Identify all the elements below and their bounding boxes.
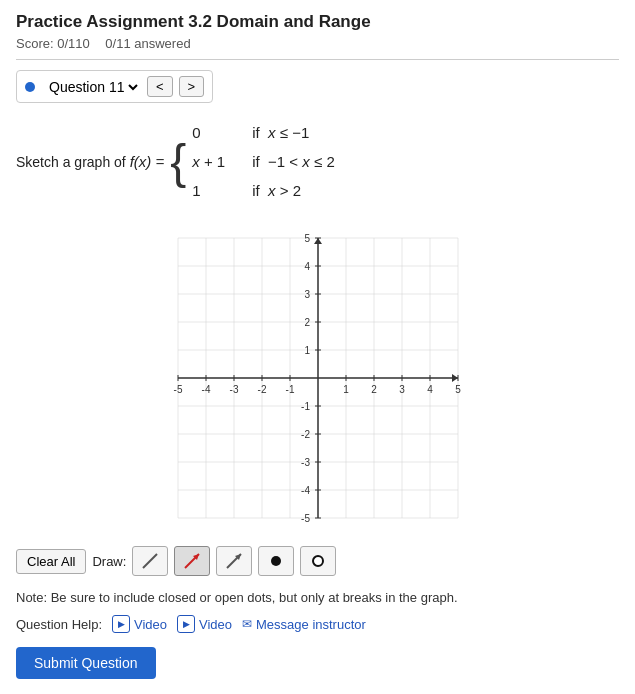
dot-tool-icon [267, 552, 285, 570]
case-1-expr: 0 [192, 119, 242, 146]
brace: { [170, 138, 186, 186]
sketch-prefix: Sketch a graph of [16, 154, 130, 170]
clear-all-button[interactable]: Clear All [16, 549, 86, 574]
svg-line-66 [143, 554, 157, 568]
svg-text:-2: -2 [257, 384, 266, 395]
case-1: 0 if x ≤ −1 [192, 119, 334, 146]
question-dot [25, 82, 35, 92]
graph-svg[interactable]: -5 -4 -3 -2 -1 1 2 3 4 5 5 4 [148, 218, 488, 538]
svg-text:2: 2 [371, 384, 377, 395]
svg-point-71 [271, 556, 281, 566]
svg-text:-1: -1 [285, 384, 294, 395]
message-instructor-label: Message instructor [256, 617, 366, 632]
note-text: Note: Be sure to include closed or open … [16, 590, 616, 605]
svg-marker-25 [314, 238, 322, 244]
help-video-1[interactable]: ▶ Video [112, 615, 167, 633]
submit-button[interactable]: Submit Question [16, 647, 156, 679]
help-line: Question Help: ▶ Video ▶ Video ✉ Message… [16, 615, 619, 633]
svg-text:-4: -4 [301, 485, 310, 496]
svg-text:-1: -1 [301, 401, 310, 412]
help-label: Question Help: [16, 617, 102, 632]
svg-text:5: 5 [304, 233, 310, 244]
help-video-1-label: Video [134, 617, 167, 632]
function-name: f(x) = [130, 148, 165, 175]
open-dot-tool-icon [309, 552, 327, 570]
case-3-expr: 1 [192, 177, 242, 204]
next-button[interactable]: > [179, 76, 205, 97]
case-3-cond: if x > 2 [252, 177, 301, 204]
ray-tool-red-icon [183, 552, 201, 570]
page-title: Practice Assignment 3.2 Domain and Range [16, 12, 619, 32]
svg-text:3: 3 [399, 384, 405, 395]
line-tool-button[interactable] [132, 546, 168, 576]
case-2: x + 1 if −1 < x ≤ 2 [192, 148, 334, 175]
piecewise-function: f(x) = { 0 if x ≤ −1 x + 1 if −1 < x ≤ 2… [130, 119, 335, 204]
ray-tool-red-button[interactable] [174, 546, 210, 576]
svg-text:1: 1 [304, 345, 310, 356]
draw-label: Draw: [92, 554, 126, 569]
svg-marker-24 [452, 374, 458, 382]
svg-text:2: 2 [304, 317, 310, 328]
prev-button[interactable]: < [147, 76, 173, 97]
message-instructor-link[interactable]: ✉ Message instructor [242, 617, 366, 632]
ray-tool-icon [225, 552, 243, 570]
case-2-expr: x + 1 [192, 148, 242, 175]
question-nav: Question 11 < > [16, 70, 213, 103]
question-select[interactable]: Question 11 [45, 78, 141, 96]
svg-text:3: 3 [304, 289, 310, 300]
svg-text:-5: -5 [173, 384, 182, 395]
ray-tool-button[interactable] [216, 546, 252, 576]
line-tool-icon [141, 552, 159, 570]
graph-container: -5 -4 -3 -2 -1 1 2 3 4 5 5 4 [148, 218, 488, 538]
help-video-2[interactable]: ▶ Video [177, 615, 232, 633]
case-1-cond: if x ≤ −1 [252, 119, 309, 146]
svg-text:-4: -4 [201, 384, 210, 395]
cases: 0 if x ≤ −1 x + 1 if −1 < x ≤ 2 1 if x >… [192, 119, 334, 204]
help-video-2-label: Video [199, 617, 232, 632]
problem-statement: Sketch a graph of f(x) = { 0 if x ≤ −1 x… [16, 119, 619, 204]
svg-point-72 [313, 556, 323, 566]
answered-count: 0/11 answered [105, 36, 190, 51]
dot-tool-button[interactable] [258, 546, 294, 576]
case-2-cond: if −1 < x ≤ 2 [252, 148, 334, 175]
svg-text:-3: -3 [229, 384, 238, 395]
open-dot-tool-button[interactable] [300, 546, 336, 576]
svg-text:4: 4 [304, 261, 310, 272]
svg-text:5: 5 [455, 384, 461, 395]
play-icon-1: ▶ [112, 615, 130, 633]
score-line: Score: 0/110 0/11 answered [16, 36, 619, 60]
svg-text:-2: -2 [301, 429, 310, 440]
svg-text:1: 1 [343, 384, 349, 395]
mail-icon: ✉ [242, 617, 252, 631]
score-value: Score: 0/110 [16, 36, 90, 51]
case-3: 1 if x > 2 [192, 177, 334, 204]
play-icon-2: ▶ [177, 615, 195, 633]
svg-text:4: 4 [427, 384, 433, 395]
toolbar: Clear All Draw: [16, 546, 619, 576]
svg-text:-3: -3 [301, 457, 310, 468]
svg-text:-5: -5 [301, 513, 310, 524]
